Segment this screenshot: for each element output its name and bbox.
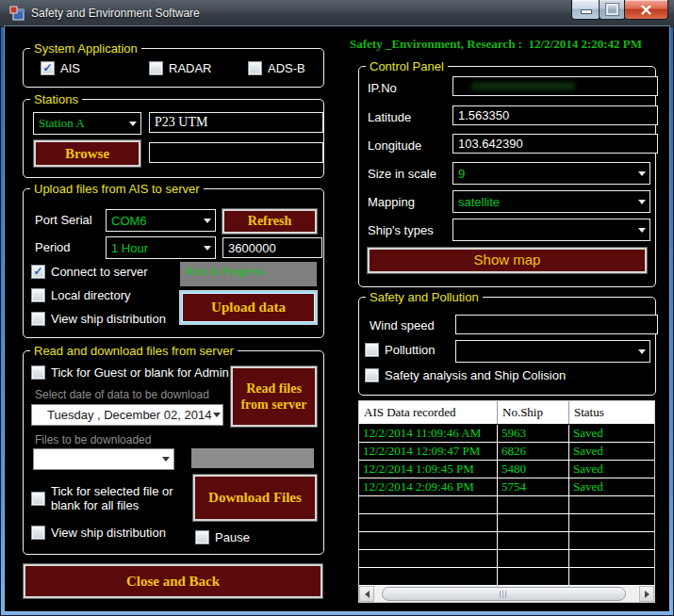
checkbox-safety-collision[interactable]: Safety analysis and Ship Colision (365, 368, 566, 382)
chevron-down-icon (633, 163, 649, 184)
mapping-select[interactable]: satellite (452, 190, 650, 213)
checkbox-radar[interactable]: RADAR (149, 61, 212, 75)
checkbox-label: ADS-B (268, 61, 305, 75)
checkbox-selected-file[interactable]: Tick for selected file orblank for all f… (31, 484, 173, 512)
interval-field[interactable]: 3600000 (222, 237, 322, 258)
cell-status: Saved (569, 478, 654, 495)
chevron-down-icon (199, 210, 215, 231)
close-and-back-button[interactable]: Close and Back (24, 564, 322, 598)
checkbox-icon (31, 526, 45, 540)
grip-icon (500, 591, 508, 598)
column-header[interactable]: AIS Data recorded (359, 401, 498, 424)
checkbox-icon (31, 492, 45, 506)
checkbox-connect-to-server[interactable]: ✓ Connect to server (31, 265, 148, 279)
pollution-select[interactable] (455, 340, 650, 363)
checkbox-label: Connect to server (51, 265, 148, 279)
longitude-field[interactable]: 103.642390 (452, 134, 658, 154)
table-row-empty[interactable] (359, 532, 654, 550)
upload-data-button[interactable]: Upload data (180, 291, 317, 324)
minimize-button[interactable] (571, 0, 600, 20)
scroll-left-icon (365, 591, 370, 598)
show-map-button[interactable]: Show map (368, 248, 647, 273)
checkbox-local-directory[interactable]: Local directory (31, 288, 131, 302)
checkbox-icon: ✓ (41, 61, 55, 75)
checkbox-label: Safety analysis and Ship Colision (385, 368, 566, 382)
column-header[interactable]: No.Ship (498, 401, 569, 424)
cell-status: Saved (569, 425, 654, 442)
maximize-icon (606, 4, 618, 15)
chevron-down-icon (633, 219, 649, 240)
table-row-empty[interactable] (359, 568, 654, 586)
scale-select[interactable]: 9 (452, 162, 650, 185)
table-row-empty[interactable] (359, 550, 654, 568)
maximize-button[interactable] (599, 0, 626, 20)
table-row-empty[interactable] (359, 514, 654, 532)
longitude-value: 103.642390 (458, 137, 523, 151)
ip-field[interactable] (452, 76, 658, 96)
ais-data-table: AIS Data recorded No.Ship Status 12/2/20… (358, 400, 655, 603)
date-picker[interactable]: Tuesday , December 02, 2014 (31, 404, 223, 426)
cell-recorded: 12/2/2014 12:09:47 PM (359, 443, 498, 460)
ship-types-label: Ship's types (368, 223, 434, 237)
files-to-download-label: Files to be downloaded (35, 433, 151, 446)
scroll-left-button[interactable] (359, 586, 374, 602)
checkbox-label: AIS (60, 61, 80, 75)
window-title: Safety and Environment Software (31, 0, 200, 26)
refresh-button[interactable]: Refresh (222, 209, 317, 234)
download-files-button[interactable]: Download Files (193, 475, 317, 521)
checkbox-guest-admin[interactable]: Tick for Guest or blank for Admin (31, 365, 229, 380)
cell-status: Saved (569, 443, 654, 460)
station-select-value: Station A (34, 116, 124, 131)
chevron-down-icon (633, 341, 649, 362)
mapping-value: satellite (453, 195, 633, 209)
table-row[interactable]: 12/2/2014 11:09:46 AM 5963 Saved (359, 425, 654, 443)
station-code-field[interactable]: P23 UTM (149, 112, 323, 133)
checkbox-icon (195, 530, 209, 544)
checkbox-label: Polluttion (385, 343, 435, 357)
checkbox-label: RADAR (169, 61, 212, 75)
cell-recorded: 12/2/2014 11:09:46 AM (359, 425, 498, 442)
latitude-field[interactable]: 1.563350 (452, 105, 658, 125)
group-title: Read and download files from server (30, 344, 238, 358)
port-serial-select[interactable]: COM6 (106, 209, 216, 232)
app-icon (9, 6, 25, 21)
research-status-line: Safety _Environment, Research : 12/2/201… (350, 37, 642, 52)
wind-speed-label: Wind speed (370, 318, 435, 332)
station-select[interactable]: Station A (33, 112, 141, 135)
checkbox-view-ship-distribution-download[interactable]: View ship distribution (31, 526, 166, 540)
chevron-down-icon (199, 237, 215, 258)
ip-label: IP.No (368, 81, 397, 95)
wind-speed-field[interactable] (455, 315, 658, 334)
checkbox-pause[interactable]: Pause (195, 530, 250, 544)
checkbox-label: Tick for Guest or blank for Admin (51, 365, 229, 380)
read-files-button[interactable]: Read files from server (231, 366, 317, 427)
table-row[interactable]: 12/2/2014 1:09:45 PM 5480 Saved (359, 461, 654, 478)
checkbox-adsb[interactable]: ADS-B (248, 61, 305, 75)
station-path-field[interactable] (149, 142, 323, 163)
close-window-button[interactable] (624, 0, 668, 20)
cell-recorded: 12/2/2014 1:09:45 PM (359, 461, 498, 478)
checkbox-icon (31, 365, 45, 380)
checkbox-view-ship-distribution-upload[interactable]: View ship distribution (31, 312, 166, 326)
table-row[interactable]: 12/2/2014 12:09:47 PM 6826 Saved (359, 443, 654, 461)
files-select[interactable] (33, 448, 174, 470)
date-picker-value: Tuesday , December 02, 2014 (32, 408, 211, 422)
scroll-right-button[interactable] (639, 586, 654, 602)
group-title: Control Panel (366, 59, 448, 73)
horizontal-scrollbar[interactable] (359, 586, 654, 602)
scrollbar-track[interactable] (374, 586, 639, 602)
upload-status-box: Run in Progress (180, 262, 317, 286)
checkbox-pollution[interactable]: Polluttion (365, 343, 435, 357)
scrollbar-thumb[interactable] (382, 587, 626, 601)
browse-button[interactable]: Browse (34, 140, 140, 167)
checkbox-label: Tick for selected file orblank for all f… (51, 484, 173, 512)
checkbox-ais[interactable]: ✓ AIS (41, 61, 80, 75)
table-row[interactable]: 12/2/2014 2:09:46 PM 5754 Saved (359, 478, 654, 496)
cell-status: Saved (569, 461, 654, 478)
ship-types-select[interactable] (452, 219, 650, 241)
table-row-empty[interactable] (359, 496, 654, 514)
checkbox-icon (248, 61, 262, 75)
period-select[interactable]: 1 Hour (106, 236, 216, 259)
column-header[interactable]: Status (569, 401, 654, 424)
titlebar[interactable]: Safety and Environment Software (0, 0, 674, 27)
